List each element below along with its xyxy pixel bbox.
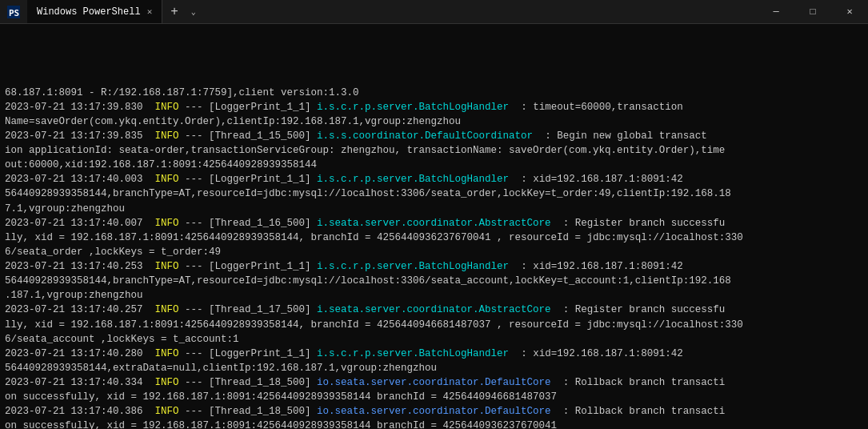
- terminal-line: 2023-07-21 13:17:40.003 INFO --- [Logger…: [5, 172, 863, 186]
- terminal-line: .187.1,vgroup:zhengzhou: [5, 288, 863, 303]
- terminal-line: 2023-07-21 13:17:40.007 INFO --- [Thread…: [5, 216, 863, 231]
- terminal-line: Name=saveOrder(com.ykq.entity.Order),cli…: [5, 114, 863, 129]
- terminal-line: out:60000,xid:192.168.187.1:8091:4256440…: [5, 158, 863, 172]
- minimize-button[interactable]: —: [758, 0, 794, 24]
- terminal-line: ion applicationId: seata-order,transacti…: [5, 143, 863, 158]
- tab-dropdown-button[interactable]: ⌄: [186, 7, 201, 17]
- terminal-line: 6/seata_account ,lockKeys = t_account:1: [5, 332, 863, 347]
- terminal-line: on successfully, xid = 192.168.187.1:809…: [5, 419, 863, 429]
- terminal-line: 2023-07-21 13:17:40.253 INFO --- [Logger…: [5, 259, 863, 274]
- terminal-content: 68.187.1:8091 - R:/192.168.187.1:7759],c…: [5, 56, 863, 429]
- title-bar: PS Windows PowerShell ✕ + ⌄ — □ ✕: [0, 0, 868, 24]
- terminal-line: 56440928939358144,extraData=null,clientI…: [5, 361, 863, 375]
- terminal-line: 68.187.1:8091 - R:/192.168.187.1:7759],c…: [5, 86, 863, 100]
- powershell-icon: PS: [6, 5, 21, 19]
- terminal-line: 2023-07-21 13:17:40.386 INFO --- [Thread…: [5, 404, 863, 419]
- tab-label: Windows PowerShell: [37, 6, 141, 18]
- terminal-output: 68.187.1:8091 - R:/192.168.187.1:7759],c…: [0, 24, 868, 429]
- terminal-line: 2023-07-21 13:17:39.830 INFO --- [Logger…: [5, 100, 863, 114]
- maximize-button[interactable]: □: [794, 0, 831, 24]
- terminal-line: 2023-07-21 13:17:40.334 INFO --- [Thread…: [5, 375, 863, 390]
- tab-powershell[interactable]: Windows PowerShell ✕: [27, 0, 162, 23]
- terminal-line: 6/seata_order ,lockKeys = t_order:49: [5, 245, 863, 259]
- svg-text:PS: PS: [9, 8, 19, 18]
- terminal-line: on successfully, xid = 192.168.187.1:809…: [5, 390, 863, 404]
- terminal-line: 56440928939358144,branchType=AT,resource…: [5, 274, 863, 288]
- close-button[interactable]: ✕: [831, 0, 868, 24]
- tab-close-button[interactable]: ✕: [147, 6, 153, 17]
- terminal-line: lly, xid = 192.168.187.1:8091:4256440928…: [5, 231, 863, 245]
- terminal-line: 7.1,vgroup:zhengzhou: [5, 202, 863, 216]
- tab-list: Windows PowerShell ✕ + ⌄: [27, 0, 201, 23]
- terminal-line: 56440928939358144,branchType=AT,resource…: [5, 186, 863, 201]
- new-tab-button[interactable]: +: [162, 5, 186, 19]
- window-controls: — □ ✕: [758, 0, 868, 24]
- terminal-line: 2023-07-21 13:17:40.257 INFO --- [Thread…: [5, 303, 863, 317]
- terminal-line: lly, xid = 192.168.187.1:8091:4256440928…: [5, 318, 863, 332]
- terminal-line: 2023-07-21 13:17:40.280 INFO --- [Logger…: [5, 347, 863, 361]
- terminal-line: 2023-07-21 13:17:39.835 INFO --- [Thread…: [5, 129, 863, 143]
